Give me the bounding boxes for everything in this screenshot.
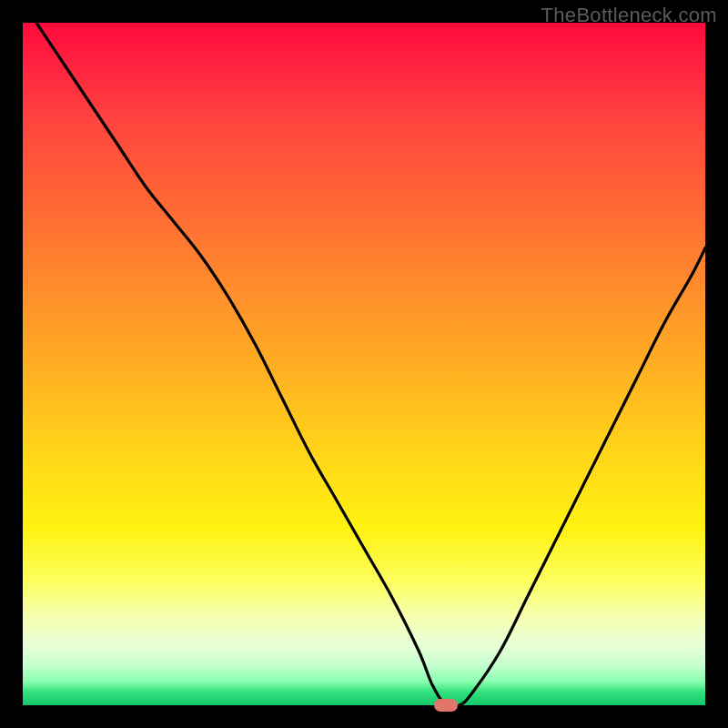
watermark-text: TheBottleneck.com — [541, 4, 717, 27]
plot-area — [23, 23, 705, 705]
chart-frame: TheBottleneck.com — [0, 0, 728, 728]
curve-svg — [23, 23, 705, 705]
optimal-marker — [434, 699, 458, 712]
bottleneck-curve-path — [36, 23, 705, 708]
